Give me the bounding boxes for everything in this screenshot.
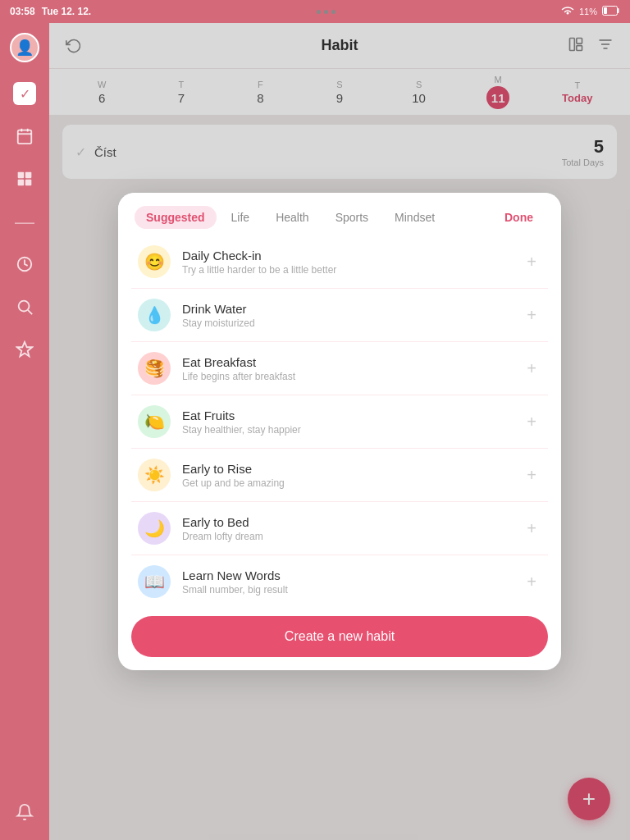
habit-icon-breakfast: 🥞 [138, 352, 171, 385]
status-bar: 03:58 Tue 12. 12. 11% [0, 0, 630, 23]
tab-sports[interactable]: Sports [324, 206, 380, 229]
status-time: 03:58 [10, 6, 35, 17]
habit-list: 😊 Daily Check-in Try a little harder to … [118, 235, 561, 608]
battery-icon [602, 6, 620, 17]
list-item: ☀️ Early to Rise Get up and be amazing + [131, 449, 548, 502]
modal-overlay: Suggested Life Health Sports Mindset Don… [49, 23, 630, 840]
three-dots [317, 10, 336, 14]
habit-text-words: Learn New Words Small number, big result [182, 568, 510, 596]
sidebar: 👤 ✓ — [0, 23, 49, 840]
svg-rect-1 [604, 7, 607, 14]
habit-desc-fruits: Stay healthier, stay happier [182, 424, 510, 436]
habit-text-bed: Early to Bed Dream lofty dream [182, 515, 510, 542]
habit-name-breakfast: Eat Breakfast [182, 355, 510, 369]
habit-name-water: Drink Water [182, 302, 510, 316]
svg-marker-13 [17, 342, 32, 356]
list-item: 🍋 Eat Fruits Stay healthier, stay happie… [131, 395, 548, 449]
habit-desc-words: Small number, big result [182, 584, 510, 596]
habit-add-fruits[interactable]: + [522, 412, 541, 431]
list-item: 😊 Daily Check-in Try a little harder to … [131, 235, 548, 289]
list-item: 📖 Learn New Words Small number, big resu… [131, 555, 548, 608]
habit-desc-water: Stay moisturized [182, 317, 510, 329]
modal-tabs: Suggested Life Health Sports Mindset Don… [118, 193, 561, 235]
habit-desc-bed: Dream lofty dream [182, 531, 510, 542]
create-habit-button[interactable]: Create a new habit [131, 616, 548, 657]
habit-name-words: Learn New Words [182, 568, 510, 582]
habit-desc-breakfast: Life begins after breakfast [182, 371, 510, 382]
habit-modal: Suggested Life Health Sports Mindset Don… [118, 193, 561, 670]
list-item: 💧 Drink Water Stay moisturized + [131, 289, 548, 342]
tab-suggested[interactable]: Suggested [135, 206, 217, 229]
sidebar-item-calendar[interactable] [13, 125, 36, 148]
habit-add-words[interactable]: + [522, 572, 541, 591]
habit-text-water: Drink Water Stay moisturized [182, 302, 510, 329]
habit-text-fruits: Eat Fruits Stay healthier, stay happier [182, 409, 510, 436]
habit-text-breakfast: Eat Breakfast Life begins after breakfas… [182, 355, 510, 382]
habit-name-fruits: Eat Fruits [182, 409, 510, 422]
avatar[interactable]: 👤 [10, 33, 39, 62]
sidebar-item-dash[interactable]: — [13, 210, 36, 233]
status-right: 11% [561, 6, 620, 17]
tab-mindset[interactable]: Mindset [383, 206, 446, 229]
habit-icon-rise: ☀️ [138, 459, 171, 491]
habit-desc-rise: Get up and be amazing [182, 477, 510, 489]
habit-text-daily: Daily Check-in Try a little harder to be… [182, 249, 510, 276]
sidebar-item-check[interactable]: ✓ [13, 82, 36, 105]
habit-add-water[interactable]: + [522, 305, 541, 325]
tab-life[interactable]: Life [220, 206, 262, 229]
wifi-icon [561, 6, 574, 17]
habit-text-rise: Early to Rise Get up and be amazing [182, 462, 510, 489]
habit-icon-fruits: 🍋 [138, 405, 171, 438]
svg-line-12 [28, 310, 32, 314]
tab-done[interactable]: Done [493, 206, 545, 229]
tab-health[interactable]: Health [264, 206, 320, 229]
status-left: 03:58 Tue 12. 12. [10, 6, 91, 17]
svg-rect-7 [25, 172, 32, 179]
habit-add-bed[interactable]: + [522, 518, 541, 538]
habit-add-rise[interactable]: + [522, 465, 541, 485]
list-item: 🌙 Early to Bed Dream lofty dream + [131, 502, 548, 555]
list-item: 🥞 Eat Breakfast Life begins after breakf… [131, 342, 548, 395]
habit-add-breakfast[interactable]: + [522, 358, 541, 378]
habit-desc-daily: Try a little harder to be a little bette… [182, 264, 510, 276]
habit-icon-daily: 😊 [138, 245, 171, 278]
svg-rect-2 [18, 130, 32, 144]
sidebar-item-target[interactable] [13, 338, 36, 361]
habit-name-bed: Early to Bed [182, 515, 510, 529]
habit-icon-words: 📖 [138, 565, 171, 598]
sidebar-item-bell[interactable] [13, 801, 36, 824]
sidebar-item-search[interactable] [13, 295, 36, 318]
habit-name-daily: Daily Check-in [182, 249, 510, 262]
status-date: Tue 12. 12. [42, 6, 91, 17]
sidebar-item-grid[interactable] [13, 167, 36, 190]
sidebar-item-clock[interactable] [13, 253, 36, 276]
habit-icon-water: 💧 [138, 299, 171, 331]
habit-name-rise: Early to Rise [182, 462, 510, 476]
svg-rect-9 [25, 180, 32, 186]
habit-add-daily[interactable]: + [522, 252, 541, 272]
svg-rect-6 [18, 172, 25, 179]
battery-text: 11% [579, 7, 597, 16]
svg-point-11 [19, 301, 30, 312]
habit-icon-bed: 🌙 [138, 512, 171, 545]
svg-rect-8 [18, 180, 25, 186]
main-content: Habit W 6 T [49, 23, 630, 840]
